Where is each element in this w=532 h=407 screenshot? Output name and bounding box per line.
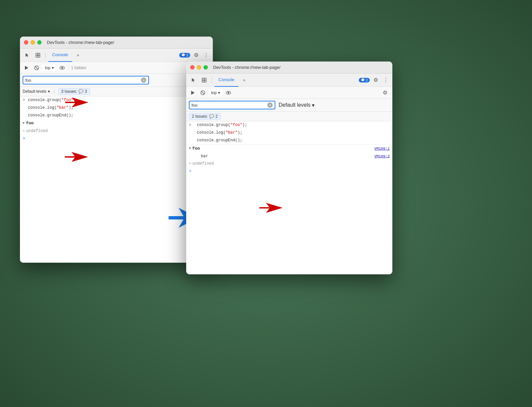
cursor-icon[interactable] bbox=[23, 51, 32, 60]
toolbar-divider-1 bbox=[45, 52, 46, 59]
issues-count-badge-1[interactable]: 3 Issues: 💬 3 bbox=[58, 88, 90, 95]
console-tab-1[interactable]: Console bbox=[48, 49, 72, 62]
search-input-1[interactable] bbox=[25, 78, 141, 83]
group-name-1: foo bbox=[26, 120, 34, 126]
block-icon-1[interactable] bbox=[33, 64, 41, 72]
console-line-2-2: console.log("bar"); bbox=[186, 129, 392, 137]
triangle-icon-2: ▼ bbox=[189, 146, 191, 152]
search-clear-1[interactable]: ✕ bbox=[141, 77, 146, 83]
bar-value: bar bbox=[201, 153, 208, 159]
console-toolbar-2: top ▾ ⚙ bbox=[186, 87, 392, 99]
titlebar-2: DevTools - chrome://new-tab-page/ bbox=[186, 62, 392, 73]
svg-marker-9 bbox=[65, 97, 88, 107]
svg-marker-10 bbox=[65, 152, 88, 162]
svg-rect-15 bbox=[204, 80, 206, 82]
console-line-3: console.groupEnd(); bbox=[20, 112, 213, 119]
red-arrow-group-1 bbox=[65, 150, 88, 165]
window-body-2: Console » 💬 2 ⚙ ⋮ top ▾ bbox=[186, 73, 392, 274]
gear-icon-right-2[interactable]: ⚙ bbox=[380, 88, 390, 97]
more-options-icon-1[interactable]: ⋮ bbox=[202, 52, 210, 58]
undefined-line-2: < undefined bbox=[186, 160, 392, 167]
svg-marker-21 bbox=[259, 203, 283, 213]
issues-badge-toolbar-1[interactable]: 💬 3 bbox=[179, 53, 190, 58]
group-name-2: foo bbox=[192, 146, 200, 152]
search-bar-2: ✕ Default levels ▾ bbox=[186, 99, 392, 112]
filter-divider-1 bbox=[54, 89, 54, 94]
main-toolbar-2: Console » 💬 2 ⚙ ⋮ bbox=[186, 73, 392, 87]
tab-more-1[interactable]: » bbox=[75, 53, 81, 58]
triangle-icon-1: ▼ bbox=[23, 120, 25, 126]
hidden-count-1: 1 hidden bbox=[68, 66, 89, 70]
search-input-wrap-1: ✕ bbox=[23, 76, 149, 84]
chevron-down-icon-levels-1: ▾ bbox=[48, 89, 50, 94]
vm-ref1-2: VM199:1 bbox=[374, 146, 390, 152]
run-icon-2[interactable] bbox=[189, 89, 197, 97]
svg-rect-1 bbox=[38, 53, 40, 55]
maximize-button-2[interactable] bbox=[203, 65, 208, 69]
red-arrow-group-2 bbox=[259, 201, 283, 216]
svg-point-20 bbox=[227, 92, 229, 93]
context-dropdown-1[interactable]: top ▾ bbox=[43, 65, 56, 71]
close-button-1[interactable] bbox=[24, 40, 28, 45]
settings-icon-2[interactable]: ⚙ bbox=[371, 75, 380, 85]
default-levels-2[interactable]: Default levels ▾ bbox=[279, 102, 315, 108]
svg-marker-16 bbox=[191, 91, 195, 95]
main-toolbar-1: Console » 💬 3 ⚙ ⋮ bbox=[20, 49, 213, 62]
console-line-2-3: console.groupEnd(); bbox=[186, 137, 392, 144]
prompt-line-1[interactable]: > bbox=[20, 135, 213, 142]
toolbar-divider-2 bbox=[211, 77, 212, 83]
chevron-down-icon-1: ▾ bbox=[52, 66, 54, 70]
search-clear-2[interactable]: ✕ bbox=[267, 102, 273, 108]
console-group-foo-2[interactable]: ▼ foo VM199:1 bbox=[186, 144, 392, 153]
svg-rect-0 bbox=[36, 53, 38, 55]
filter-row-2: 2 Issues: 💬 2 bbox=[186, 112, 392, 121]
filter-row-1: Default levels ▾ 3 Issues: 💬 3 bbox=[20, 87, 213, 96]
traffic-lights-1 bbox=[24, 40, 42, 45]
chevron-down-icon-2: ▾ bbox=[218, 90, 220, 95]
search-input-2[interactable] bbox=[192, 103, 267, 108]
close-button-2[interactable] bbox=[190, 65, 195, 69]
eye-icon-1[interactable] bbox=[58, 64, 66, 72]
inspect-icon[interactable] bbox=[33, 51, 43, 60]
settings-icon-1[interactable]: ⚙ bbox=[192, 51, 201, 60]
context-dropdown-2[interactable]: top ▾ bbox=[209, 89, 222, 96]
eye-icon-2[interactable] bbox=[224, 89, 232, 97]
titlebar-1: DevTools - chrome://new-tab-page/ bbox=[20, 37, 213, 49]
devtools-window-2: DevTools - chrome://new-tab-page/ Consol… bbox=[186, 62, 392, 274]
console-tab-2[interactable]: Console bbox=[214, 73, 238, 87]
console-output-1: console.group("foo"); console.log("bar")… bbox=[20, 96, 213, 263]
issues-badge-toolbar-2[interactable]: 💬 2 bbox=[359, 78, 370, 82]
inspect-icon-2[interactable] bbox=[200, 75, 209, 85]
console-group-foo-1[interactable]: ▼ foo VM11... bbox=[20, 119, 213, 127]
svg-line-6 bbox=[35, 66, 38, 69]
red-arrow-search-1 bbox=[65, 96, 88, 110]
prompt-line-2[interactable]: > bbox=[186, 167, 392, 175]
group-child-bar: bar VM199:2 bbox=[186, 153, 392, 160]
chat-icon-issues-2: 💬 bbox=[209, 114, 214, 119]
vm-ref2-2: VM199:2 bbox=[374, 153, 390, 159]
svg-rect-14 bbox=[202, 80, 204, 82]
svg-rect-3 bbox=[38, 55, 40, 57]
chevron-down-icon-levels-2: ▾ bbox=[312, 102, 315, 108]
tab-more-2[interactable]: » bbox=[241, 77, 247, 82]
svg-rect-2 bbox=[36, 55, 38, 57]
svg-point-8 bbox=[61, 67, 63, 68]
svg-rect-12 bbox=[202, 78, 204, 80]
undefined-line-1: < undefined bbox=[20, 127, 213, 135]
cursor-icon-2[interactable] bbox=[189, 75, 198, 85]
issues-count-badge-2[interactable]: 2 Issues: 💬 2 bbox=[189, 113, 221, 120]
minimize-button-1[interactable] bbox=[31, 40, 35, 45]
maximize-button-1[interactable] bbox=[37, 40, 42, 45]
console-line-1: console.group("foo"); bbox=[20, 96, 213, 104]
default-levels-1[interactable]: Default levels ▾ bbox=[23, 89, 50, 94]
run-icon-1[interactable] bbox=[23, 64, 31, 72]
chat-icon-1: 💬 bbox=[181, 53, 185, 57]
traffic-lights-2 bbox=[190, 65, 208, 69]
svg-line-18 bbox=[201, 91, 204, 94]
block-icon-2[interactable] bbox=[199, 89, 207, 97]
search-bar-1: ✕ bbox=[20, 74, 213, 87]
minimize-button-2[interactable] bbox=[197, 65, 201, 69]
more-options-icon-2[interactable]: ⋮ bbox=[382, 77, 390, 83]
console-toolbar-1: top ▾ 1 hidden bbox=[20, 62, 213, 74]
chat-icon-issues-1: 💬 bbox=[78, 89, 83, 94]
